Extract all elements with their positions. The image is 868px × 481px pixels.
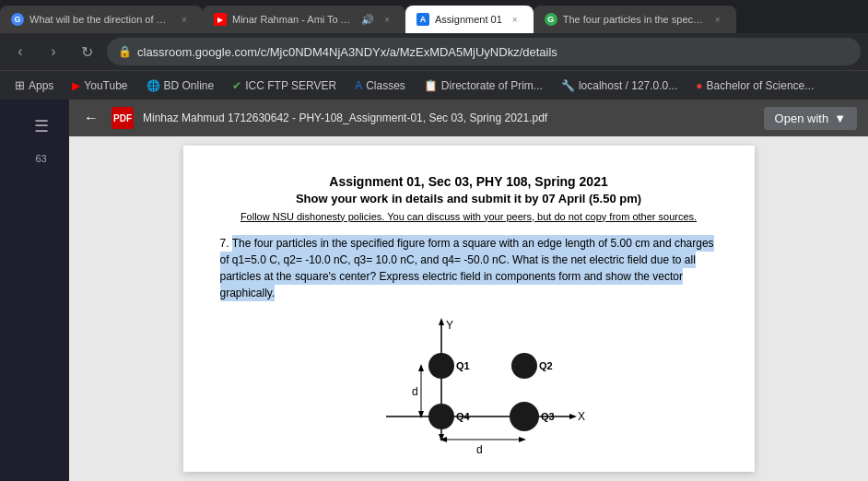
bookmark-apps[interactable]: ⊞ Apps (7, 76, 61, 94)
content-area: ☰ 63 📋 Assignm Md. Arifuzzaman 10 points… (0, 100, 868, 481)
svg-point-14 (510, 402, 539, 431)
svg-marker-6 (418, 364, 424, 371)
d-vertical-label: d (412, 385, 418, 398)
open-with-button[interactable]: Open with ▼ (764, 107, 857, 130)
q1-label: Q1 (456, 360, 470, 371)
pdf-filename: Minhaz Mahmud 1712630642 - PHY-108_Assig… (143, 111, 755, 124)
bookmark-bsc-label: Bachelor of Science... (707, 79, 815, 92)
browser-frame: G What will be the direction of elec × ▶… (0, 0, 868, 481)
bookmarks-bar: ⊞ Apps ▶ YouTube 🌐 BD Online ✔ ICC FTP S… (0, 70, 868, 100)
tab-bar: G What will be the direction of elec × ▶… (0, 0, 868, 33)
pdf-overlay: ← PDF Minhaz Mahmud 1712630642 - PHY-108… (69, 100, 868, 481)
tab-what-direction[interactable]: G What will be the direction of elec × (0, 6, 203, 33)
tab-favicon-assignment: A (416, 13, 429, 26)
svg-marker-4 (569, 414, 577, 419)
forward-button[interactable]: › (41, 39, 66, 65)
pdf-back-button[interactable]: ← (80, 106, 102, 130)
q3-label: Q3 (541, 411, 555, 422)
pdf-toolbar: ← PDF Minhaz Mahmud 1712630642 - PHY-108… (69, 100, 868, 136)
tab-close-assignment[interactable]: × (508, 12, 522, 27)
dir-icon: 📋 (424, 79, 438, 92)
d-horizontal-label: d (476, 443, 483, 456)
bookmark-localhost[interactable]: 🔧 localhost / 127.0.0... (554, 77, 685, 94)
svg-point-13 (428, 404, 454, 429)
q4-label: Q4 (456, 411, 471, 422)
question-number: 7. (220, 237, 229, 250)
open-with-chevron-icon: ▼ (834, 111, 846, 125)
bookmark-dir-label: Directorate of Prim... (441, 79, 543, 92)
tab-title-youtube: Minar Rahman - Ami To Am... (232, 14, 356, 25)
svg-marker-1 (439, 318, 444, 325)
svg-marker-7 (418, 411, 424, 418)
question-text-highlighted: The four particles in the specified figu… (220, 235, 714, 301)
youtube-icon: ▶ (72, 79, 80, 92)
address-input-container[interactable]: 🔒 classroom.google.com/c/Mjc0NDM4NjA3NDY… (107, 38, 861, 65)
tab-close-particles[interactable]: × (710, 12, 725, 27)
bookmark-bd-label: BD Online (164, 79, 215, 92)
bookmark-bd-online[interactable]: 🌐 BD Online (139, 77, 222, 94)
tab-title-particles: The four particles in the specifie... (563, 14, 705, 25)
svg-point-12 (511, 353, 537, 379)
x-axis-label: X (578, 410, 585, 423)
local-icon: 🔧 (561, 79, 575, 92)
pdf-title-line1: Assignment 01, Sec 03, PHY 108, Spring 2… (220, 173, 718, 192)
bookmark-bachelor[interactable]: ● Bachelor of Science... (688, 77, 821, 94)
bookmark-youtube[interactable]: ▶ YouTube (65, 77, 135, 94)
y-axis-label: Y (446, 319, 453, 332)
bookmark-classes[interactable]: A Classes (347, 77, 413, 94)
tab-title-assignment: Assignment 01 (435, 14, 502, 25)
sidebar-back-button[interactable]: ☰ (27, 109, 56, 144)
bookmark-local-label: localhost / 127.0.0... (579, 79, 677, 92)
classes-icon: A (355, 79, 362, 92)
open-with-label: Open with (775, 111, 829, 125)
bd-icon: 🌐 (147, 79, 160, 92)
svg-marker-10 (519, 437, 526, 442)
bookmark-icc-ftp[interactable]: ✔ ICC FTP SERVER (225, 77, 344, 94)
bookmark-directorate[interactable]: 📋 Directorate of Prim... (416, 77, 550, 94)
tab-close-youtube[interactable]: × (380, 12, 394, 27)
pdf-icon: PDF (111, 107, 134, 129)
url-text: classroom.google.com/c/Mjc0NDM4NjA3NDYx/… (137, 45, 557, 59)
pdf-policy: Follow NSU dishonesty policies. You can … (220, 211, 718, 222)
bookmark-youtube-label: YouTube (84, 79, 127, 92)
tab-youtube[interactable]: ▶ Minar Rahman - Ami To Am... 🔊 × (203, 6, 405, 33)
refresh-button[interactable]: ↻ (74, 39, 100, 65)
ftp-icon: ✔ (232, 79, 241, 92)
back-button[interactable]: ‹ (7, 39, 33, 65)
bookmark-icc-label: ICC FTP SERVER (245, 79, 336, 92)
diagram-area: Y X d d (220, 311, 718, 458)
pdf-question-7: 7. The four particles in the specified f… (220, 235, 718, 301)
tab-title-direction: What will be the direction of elec (29, 14, 171, 25)
tab-four-particles[interactable]: G The four particles in the specifie... … (534, 6, 736, 33)
physics-diagram: Y X d d (340, 311, 598, 458)
q2-label: Q2 (539, 360, 553, 371)
audio-icon: 🔊 (361, 14, 374, 26)
tab-favicon-youtube: ▶ (214, 13, 227, 26)
tab-favicon-particles: G (545, 13, 557, 26)
bookmark-classes-label: Classes (366, 79, 405, 92)
bookmark-apps-label: Apps (29, 79, 53, 92)
tab-favicon-google: G (11, 13, 24, 26)
svg-point-11 (428, 353, 454, 379)
bsc-icon: ● (696, 79, 702, 92)
pdf-icon-label: PDF (113, 113, 132, 123)
pdf-page: Assignment 01, Sec 03, PHY 108, Spring 2… (183, 146, 755, 472)
sidebar-number: 63 (35, 153, 46, 164)
apps-icon: ⊞ (15, 78, 25, 92)
lock-icon: 🔒 (118, 45, 132, 58)
pdf-title-line2: Show your work in details and submit it … (220, 192, 718, 205)
tab-close-direction[interactable]: × (177, 12, 192, 27)
tab-assignment[interactable]: A Assignment 01 × (405, 6, 534, 33)
pdf-content-area[interactable]: Assignment 01, Sec 03, PHY 108, Spring 2… (69, 136, 868, 481)
address-bar: ‹ › ↻ 🔒 classroom.google.com/c/Mjc0NDM4N… (0, 33, 868, 70)
